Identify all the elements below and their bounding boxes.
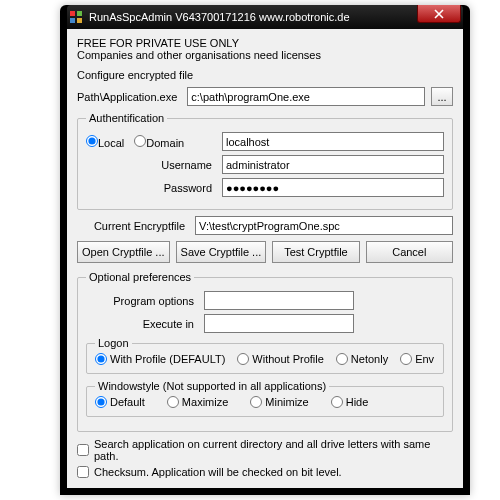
path-label: Path\Application.exe xyxy=(77,91,181,103)
username-input[interactable] xyxy=(222,155,444,174)
local-radio-label[interactable]: Local xyxy=(86,135,124,149)
winstyle-group: Windowstyle (Not supported in all applic… xyxy=(86,380,444,417)
winstyle-maximize-label[interactable]: Maximize xyxy=(167,396,228,408)
winstyle-default-radio[interactable] xyxy=(95,396,107,408)
app-window: RunAsSpcAdmin V643700171216 www.robotron… xyxy=(60,5,470,495)
svg-rect-0 xyxy=(70,11,75,16)
password-input[interactable] xyxy=(222,178,444,197)
pref-legend: Optional preferences xyxy=(86,271,194,283)
cryptfile-label: Current Encryptfile xyxy=(77,220,189,232)
license-notice: FREE FOR PRIVATE USE ONLY Companies and … xyxy=(77,37,453,61)
client-area: FREE FOR PRIVATE USE ONLY Companies and … xyxy=(67,29,463,488)
configure-label: Configure encrypted file xyxy=(77,69,453,81)
logon-withprofile-radio[interactable] xyxy=(95,353,107,365)
program-options-label: Program options xyxy=(86,295,198,307)
svg-rect-1 xyxy=(77,11,82,16)
program-options-input[interactable] xyxy=(204,291,354,310)
winstyle-minimize-label[interactable]: Minimize xyxy=(250,396,308,408)
execute-in-label: Execute in xyxy=(86,318,198,330)
auth-group: Authentification Local Domain Username P… xyxy=(77,112,453,210)
search-label: Search application on current directory … xyxy=(94,438,453,462)
domain-radio[interactable] xyxy=(134,135,146,147)
winstyle-hide-label[interactable]: Hide xyxy=(331,396,369,408)
winstyle-maximize-radio[interactable] xyxy=(167,396,179,408)
logon-group: Logon With Profile (DEFAULT) Without Pro… xyxy=(86,337,444,374)
app-icon xyxy=(69,10,83,24)
auth-legend: Authentification xyxy=(86,112,167,124)
svg-rect-3 xyxy=(77,18,82,23)
titlebar[interactable]: RunAsSpcAdmin V643700171216 www.robotron… xyxy=(67,5,463,29)
logon-withprofile-label[interactable]: With Profile (DEFAULT) xyxy=(95,353,225,365)
license-header: FREE FOR PRIVATE USE ONLY xyxy=(77,37,453,49)
execute-in-input[interactable] xyxy=(204,314,354,333)
logon-netonly-radio[interactable] xyxy=(336,353,348,365)
svg-rect-2 xyxy=(70,18,75,23)
local-radio[interactable] xyxy=(86,135,98,147)
password-label: Password xyxy=(86,182,216,194)
logon-legend: Logon xyxy=(95,337,132,349)
logon-env-radio[interactable] xyxy=(400,353,412,365)
domain-input[interactable] xyxy=(222,132,444,151)
search-checkbox[interactable] xyxy=(77,444,89,456)
path-input[interactable] xyxy=(187,87,425,106)
pref-group: Optional preferences Program options Exe… xyxy=(77,271,453,432)
cancel-button[interactable]: Cancel xyxy=(366,241,453,263)
checksum-label: Checksum. Application will be checked on… xyxy=(94,466,342,478)
domain-radio-label[interactable]: Domain xyxy=(134,135,184,149)
cryptfile-input[interactable] xyxy=(195,216,453,235)
winstyle-legend: Windowstyle (Not supported in all applic… xyxy=(95,380,329,392)
logon-withoutprofile-label[interactable]: Without Profile xyxy=(237,353,324,365)
save-cryptfile-button[interactable]: Save Cryptfile ... xyxy=(176,241,267,263)
username-label: Username xyxy=(86,159,216,171)
winstyle-default-label[interactable]: Default xyxy=(95,396,145,408)
window-title: RunAsSpcAdmin V643700171216 www.robotron… xyxy=(89,11,350,23)
winstyle-hide-radio[interactable] xyxy=(331,396,343,408)
logon-withoutprofile-radio[interactable] xyxy=(237,353,249,365)
test-cryptfile-button[interactable]: Test Cryptfile xyxy=(272,241,359,263)
license-sub: Companies and other organisations need l… xyxy=(77,49,453,61)
logon-netonly-label[interactable]: Netonly xyxy=(336,353,388,365)
logon-env-label[interactable]: Env xyxy=(400,353,434,365)
checksum-checkbox[interactable] xyxy=(77,466,89,478)
close-button[interactable] xyxy=(417,5,461,23)
winstyle-minimize-radio[interactable] xyxy=(250,396,262,408)
browse-button[interactable]: ... xyxy=(431,87,453,106)
open-cryptfile-button[interactable]: Open Cryptfile ... xyxy=(77,241,170,263)
